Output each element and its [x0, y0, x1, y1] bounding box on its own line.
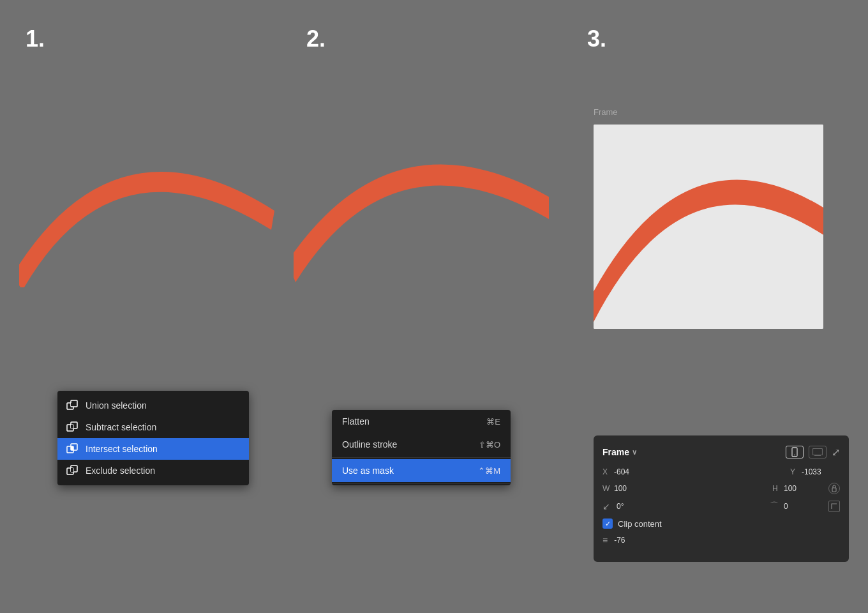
menu-item-intersect[interactable]: Intersect selection: [57, 438, 249, 460]
context-menu-2: Flatten ⌘E Outline stroke ⇧⌘O Use as mas…: [332, 410, 511, 485]
svg-rect-14: [594, 125, 823, 329]
svg-rect-17: [813, 449, 823, 455]
lock-ratio-btn[interactable]: [828, 483, 840, 494]
svg-rect-21: [832, 488, 836, 492]
arc-2-container: [294, 96, 562, 300]
svg-rect-2: [71, 403, 73, 406]
arc-1-svg: [19, 96, 274, 287]
z-icon: ≡: [602, 535, 608, 545]
wh-row: W 100 H 100: [602, 483, 840, 494]
desktop-view-btn[interactable]: [809, 446, 827, 458]
frame-arc-svg: [594, 125, 823, 329]
mask-shortcut: ⌃⌘M: [478, 466, 500, 476]
menu-item-union[interactable]: Union selection: [57, 395, 249, 416]
panel-icons: ⤢: [786, 446, 840, 458]
y-label: Y: [790, 467, 799, 476]
corner-icon: [831, 503, 837, 510]
menu-item-exclude[interactable]: Exclude selection: [57, 460, 249, 481]
angle-icon: ↙: [602, 501, 614, 511]
panel-title-group: Frame ∨: [602, 447, 637, 457]
arc-2-svg: [294, 96, 549, 287]
h-value[interactable]: 100: [784, 484, 822, 493]
h-label: H: [772, 484, 781, 493]
svg-rect-6: [71, 425, 73, 428]
menu2-flatten[interactable]: Flatten ⌘E: [332, 410, 511, 433]
arc-2-shape: [294, 165, 549, 282]
arc-1-shape: [19, 172, 274, 287]
clip-checkbox[interactable]: ✓: [602, 518, 613, 529]
desktop-icon: [812, 448, 823, 456]
z-value[interactable]: -76: [614, 536, 652, 545]
clip-label: Clip content: [618, 519, 662, 529]
w-value[interactable]: 100: [614, 484, 652, 493]
phone-view-btn[interactable]: [786, 446, 804, 458]
frame-canvas: [594, 125, 823, 329]
radius-icon: ⌒: [770, 501, 781, 512]
clip-row: ✓ Clip content: [602, 518, 840, 529]
menu-item-subtract[interactable]: Subtract selection: [57, 416, 249, 438]
exclude-icon: [66, 465, 78, 476]
properties-panel: Frame ∨ ⤢: [594, 435, 849, 562]
intersect-label: Intersect selection: [86, 444, 158, 454]
menu-divider: [332, 457, 511, 458]
context-menu-1: Union selection Subtract selection Inter…: [57, 391, 249, 485]
union-label: Union selection: [86, 400, 147, 411]
resize-btn[interactable]: ⤢: [832, 446, 840, 458]
section-3: Frame Frame ∨: [574, 0, 855, 613]
exclude-label: Exclude selection: [86, 465, 155, 476]
arc-1-container: [19, 96, 287, 300]
section-1: Union selection Subtract selection Inter…: [19, 0, 287, 613]
w-label: W: [602, 484, 611, 493]
lock-icon: [832, 485, 837, 492]
svg-point-16: [794, 455, 795, 456]
angle-row: ↙ 0° ⌒ 0: [602, 501, 840, 512]
z-row: ≡ -76: [602, 535, 840, 545]
corner-btn[interactable]: [828, 501, 840, 512]
section-2: Flatten ⌘E Outline stroke ⇧⌘O Use as mas…: [294, 0, 562, 613]
flatten-label: Flatten: [342, 416, 370, 427]
x-label: X: [602, 467, 611, 476]
xy-row: X -604 Y -1033: [602, 467, 840, 476]
menu2-outline[interactable]: Outline stroke ⇧⌘O: [332, 433, 511, 456]
svg-rect-13: [71, 469, 73, 471]
phone-icon: [791, 447, 798, 457]
panel-chevron[interactable]: ∨: [632, 448, 637, 457]
x-value[interactable]: -604: [614, 467, 652, 476]
frame-label: Frame: [594, 107, 618, 117]
mask-label: Use as mask: [342, 465, 394, 476]
menu2-mask[interactable]: Use as mask ⌃⌘M: [332, 459, 511, 482]
outline-shortcut: ⇧⌘O: [479, 440, 500, 450]
subtract-icon: [66, 421, 78, 433]
angle-value[interactable]: 0°: [617, 502, 655, 511]
menu-divider-2: [332, 483, 511, 484]
y-value[interactable]: -1033: [802, 467, 840, 476]
svg-rect-9: [71, 446, 73, 450]
panel-header: Frame ∨ ⤢: [602, 446, 840, 458]
outline-label: Outline stroke: [342, 439, 397, 450]
panel-title-text: Frame: [602, 447, 629, 457]
intersect-icon: [66, 443, 78, 455]
flatten-shortcut: ⌘E: [486, 417, 500, 427]
subtract-label: Subtract selection: [86, 422, 156, 432]
union-icon: [66, 400, 78, 411]
radius-value[interactable]: 0: [784, 502, 822, 511]
